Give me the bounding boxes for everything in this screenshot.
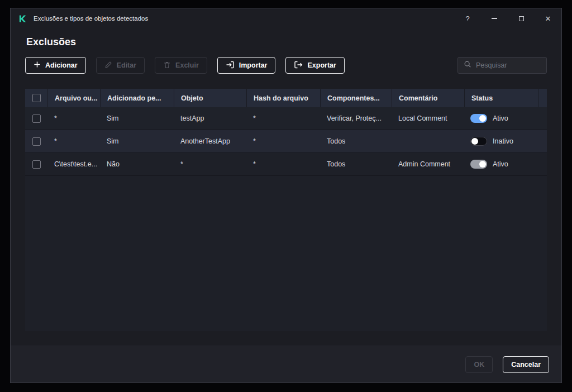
ok-button[interactable]: OK [465, 356, 493, 373]
column-header-status[interactable]: Status [464, 89, 538, 107]
status-label: Inativo [493, 137, 513, 145]
cell-file: * [47, 137, 100, 145]
app-window: Exclusões e tipos de objetos detectados … [10, 8, 562, 383]
cell-file: C\test\test.e... [47, 160, 100, 168]
table-row[interactable]: * Sim AnotherTestApp * Todos Inativo [25, 130, 547, 153]
kaspersky-logo-icon [18, 15, 27, 23]
cell-components: Verificar, Proteç... [320, 114, 392, 122]
status-toggle[interactable] [470, 137, 487, 146]
toolbar: Adicionar Editar Excluir Importar Export… [25, 57, 547, 74]
cell-status: Inativo [464, 137, 538, 146]
status-label: Ativo [493, 160, 508, 168]
column-header-filler [538, 89, 547, 107]
cell-file: * [47, 114, 100, 122]
cell-added-by: Sim [100, 137, 174, 145]
row-checkbox[interactable] [32, 160, 41, 169]
row-checkbox[interactable] [32, 137, 41, 146]
export-button[interactable]: Exportar [285, 57, 344, 74]
column-header-added-by[interactable]: Adicionado pe... [100, 89, 174, 107]
dialog-footer: OK Cancelar [11, 346, 561, 383]
cell-components: Todos [320, 137, 392, 145]
trash-icon [163, 61, 171, 70]
add-button-label: Adicionar [45, 61, 78, 69]
row-checkbox[interactable] [32, 114, 41, 123]
search-input[interactable] [476, 61, 541, 69]
import-button-label: Importar [239, 61, 268, 69]
help-button[interactable]: ? [454, 8, 481, 28]
delete-button[interactable]: Excluir [155, 57, 207, 74]
export-icon [294, 61, 303, 70]
cell-object: testApp [174, 114, 246, 122]
edit-button[interactable]: Editar [96, 57, 145, 74]
cell-comment: Admin Comment [392, 160, 464, 168]
status-label: Ativo [493, 114, 508, 122]
select-all-checkbox[interactable] [32, 94, 41, 102]
import-button[interactable]: Importar [217, 57, 276, 74]
import-icon [226, 61, 235, 70]
cell-status: Ativo [464, 160, 538, 169]
cell-hash: * [246, 137, 320, 145]
status-toggle[interactable] [470, 114, 487, 123]
column-header-hash[interactable]: Hash do arquivo [246, 89, 320, 107]
exclusions-table: Arquivo ou... Adicionado pe... Objeto Ha… [25, 89, 547, 331]
column-header-comment[interactable]: Comentário [392, 89, 464, 107]
column-header-components[interactable]: Componentes... [320, 89, 392, 107]
maximize-button[interactable] [508, 8, 535, 28]
title-bar: Exclusões e tipos de objetos detectados … [11, 8, 561, 28]
cell-object: * [174, 160, 246, 168]
search-box [457, 57, 547, 74]
row-checkbox-cell [25, 137, 47, 146]
close-button[interactable]: ✕ [535, 8, 561, 28]
status-toggle[interactable] [470, 160, 487, 169]
header-checkbox-cell [25, 89, 47, 107]
cell-added-by: Não [100, 160, 174, 168]
column-header-object[interactable]: Objeto [174, 89, 246, 107]
page-title: Exclusões [26, 36, 561, 48]
table-row[interactable]: * Sim testApp * Verificar, Proteç... Loc… [25, 107, 547, 130]
cancel-button[interactable]: Cancelar [503, 356, 549, 373]
column-header-file[interactable]: Arquivo ou... [47, 89, 100, 107]
minimize-button[interactable] [481, 8, 508, 28]
table-header: Arquivo ou... Adicionado pe... Objeto Ha… [25, 89, 547, 107]
add-button[interactable]: Adicionar [25, 57, 86, 74]
pencil-icon [104, 61, 112, 70]
minimize-icon [492, 18, 497, 19]
cell-comment: Local Comment [392, 114, 464, 122]
table-row[interactable]: C\test\test.e... Não * * Todos Admin Com… [25, 153, 547, 176]
cell-components: Todos [320, 160, 392, 168]
cell-added-by: Sim [100, 114, 174, 122]
window-title: Exclusões e tipos de objetos detectados [34, 15, 148, 22]
plus-icon [34, 61, 41, 70]
cell-status: Ativo [464, 114, 538, 123]
window-controls: ? ✕ [454, 8, 561, 28]
export-button-label: Exportar [307, 61, 336, 69]
delete-button-label: Excluir [175, 61, 199, 69]
search-icon [464, 60, 471, 70]
cell-hash: * [246, 160, 320, 168]
row-checkbox-cell [25, 114, 47, 123]
cell-hash: * [246, 114, 320, 122]
maximize-icon [519, 16, 524, 21]
cell-object: AnotherTestApp [174, 137, 246, 145]
edit-button-label: Editar [117, 61, 136, 69]
row-checkbox-cell [25, 160, 47, 169]
